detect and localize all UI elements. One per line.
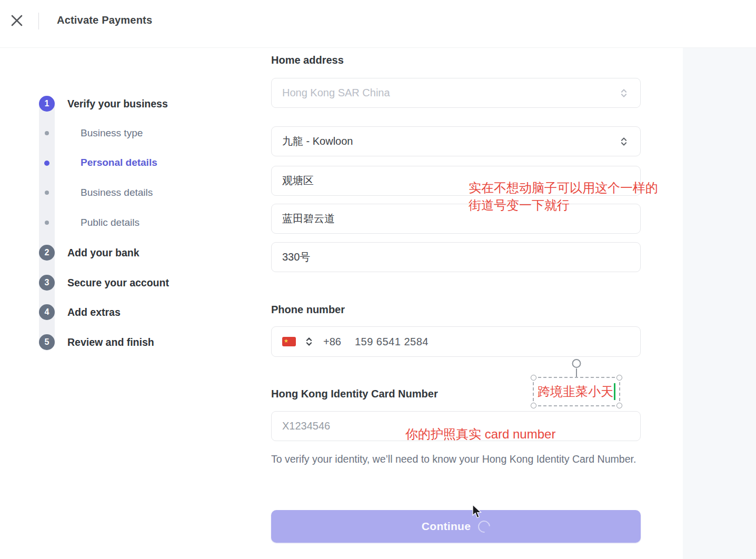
street-number-input-value: 330号 [282, 250, 630, 264]
continue-button-label: Continue [422, 520, 471, 533]
phone-number-label: Phone number [271, 304, 345, 316]
text-caret [614, 383, 615, 400]
overlay-text: 跨境韭菜小天 [538, 383, 613, 400]
street-input-value: 蓝田碧云道 [282, 212, 630, 226]
dial-code: +86 [323, 336, 341, 348]
sidebar-item-business-details[interactable]: Business details [81, 187, 153, 198]
step-2-indicator: 2 [39, 245, 55, 261]
home-address-label: Home address [271, 54, 344, 66]
page-background-panel [683, 48, 756, 559]
continue-button[interactable]: Continue [271, 510, 641, 543]
step-3-indicator: 3 [39, 275, 55, 291]
resize-handle-top-left[interactable] [531, 375, 536, 381]
resize-handle-top-right[interactable] [616, 375, 622, 381]
chevron-updown-icon [618, 87, 630, 99]
header-divider [38, 13, 39, 29]
loading-spinner-icon [475, 518, 492, 535]
substep-dot-personal-details [44, 161, 49, 166]
chevron-updown-icon[interactable] [303, 336, 315, 347]
sidebar-item-public-details[interactable]: Public details [81, 217, 140, 228]
resize-handle-bottom-right[interactable] [616, 403, 622, 408]
sidebar-item-add-extras[interactable]: Add extras [67, 306, 121, 318]
close-icon [10, 14, 24, 27]
phone-number-value: 159 6541 2584 [355, 336, 630, 348]
street-input[interactable]: 蓝田碧云道 [271, 204, 641, 234]
sidebar-item-personal-details[interactable]: Personal details [81, 157, 157, 168]
country-select-value: Hong Kong SAR China [282, 87, 618, 99]
step-4-indicator: 4 [39, 304, 55, 320]
sidebar-item-secure-your-account[interactable]: Secure your account [67, 277, 169, 289]
sidebar-item-review-and-finish[interactable]: Review and finish [67, 336, 154, 348]
substep-dot-business-type [45, 131, 49, 135]
resize-handle-bottom-left[interactable] [531, 403, 536, 408]
step-1-indicator: 1 [39, 96, 55, 112]
activate-payments-page: Activate Payments 1 Verify your business… [0, 0, 756, 559]
substep-dot-public-details [45, 221, 49, 225]
annotation-id-tip: 你的护照真实 card number [405, 426, 555, 443]
titlebar: Activate Payments [0, 0, 756, 48]
annotation-address-tip-line2: 街道号变一下就行 [469, 197, 570, 214]
rotation-stem [576, 368, 577, 377]
sidebar-item-add-your-bank[interactable]: Add your bank [67, 247, 140, 259]
chevron-updown-icon [618, 136, 630, 147]
hkid-label: Hong Kong Identity Card Number [271, 388, 438, 400]
annotation-address-tip-line1: 实在不想动脑子可以用这个一样的 [469, 179, 658, 196]
rotation-handle-icon[interactable] [572, 359, 581, 368]
region-select-value: 九龍 - Kowloon [282, 134, 618, 148]
street-number-input[interactable]: 330号 [271, 242, 641, 272]
hkid-helper-text: To verify your identity, we’ll need to k… [271, 451, 640, 468]
substep-dot-business-details [45, 191, 49, 195]
region-select[interactable]: 九龍 - Kowloon [271, 126, 641, 156]
china-flag-icon: ★ [282, 337, 296, 346]
page-title: Activate Payments [57, 14, 152, 26]
sidebar-item-verify-your-business[interactable]: Verify your business [67, 98, 168, 110]
editor-textbox-overlay[interactable]: 跨境韭菜小天 [533, 377, 620, 406]
close-button[interactable] [8, 13, 25, 29]
phone-number-input[interactable]: ★ +86 159 6541 2584 [271, 326, 641, 357]
country-select[interactable]: Hong Kong SAR China [271, 78, 641, 108]
step-5-indicator: 5 [39, 334, 55, 350]
sidebar-item-business-type[interactable]: Business type [81, 127, 143, 139]
